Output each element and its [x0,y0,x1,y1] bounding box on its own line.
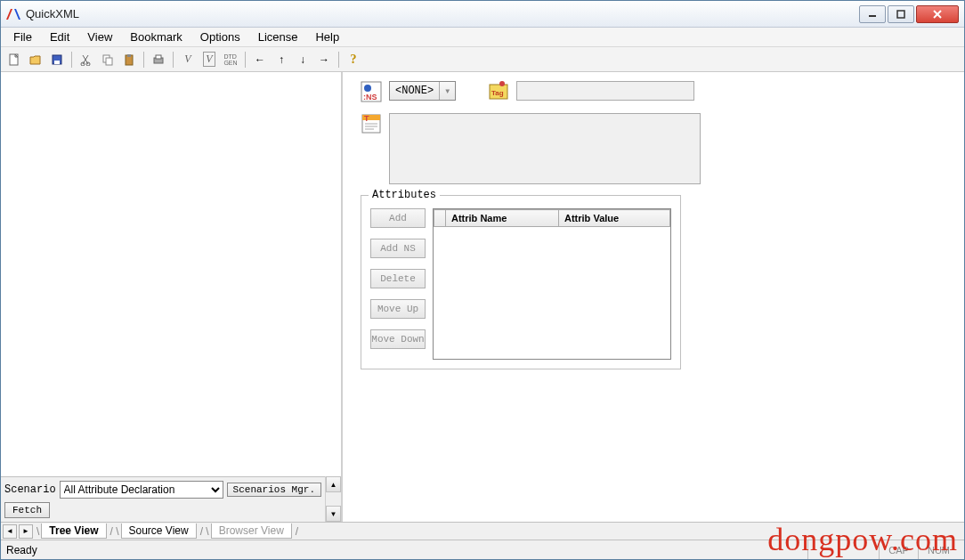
namespace-combo[interactable]: <NONE> ▼ [389,81,456,101]
title-bar[interactable]: QuickXML [1,1,964,28]
fetch-button[interactable]: Fetch [4,502,50,518]
arrow-up-icon[interactable]: ↑ [272,50,291,69]
attributes-table[interactable]: Attrib Name Attrib Value [433,208,671,360]
toolbar-separator [173,52,174,68]
arrow-left-icon[interactable]: ← [250,50,270,69]
window-controls [859,5,959,23]
table-header-name[interactable]: Attrib Name [446,210,559,227]
move-up-button[interactable]: Move Up [370,299,426,319]
menu-edit[interactable]: Edit [41,28,78,45]
scenario-label: Scenario [4,483,56,496]
copy-icon[interactable] [98,50,118,69]
status-cap: CAP [879,540,918,559]
menu-options[interactable]: Options [191,28,249,45]
attributes-group: Attributes Add Add NS Delete Move Up Mov… [361,195,681,369]
tab-bar: ◄ ► \ Tree View / \ Source View / \ Brow… [1,522,964,540]
tab-browser-view[interactable]: Browser View [211,523,292,539]
arrow-right-icon[interactable]: → [314,50,334,69]
text-icon: T [361,113,382,134]
minimize-button[interactable] [859,5,886,23]
new-icon[interactable] [4,50,24,69]
app-icon [6,7,20,21]
tab-source-view[interactable]: Source View [121,523,197,539]
delete-button[interactable]: Delete [370,269,426,288]
maximize-button[interactable] [888,5,914,23]
validate-v-icon[interactable]: V [178,50,198,69]
app-window: QuickXML File Edit View Bookmark Options… [0,0,965,560]
menu-view[interactable]: View [78,28,121,45]
menu-license[interactable]: License [249,28,307,45]
validate-v2-icon[interactable]: V [199,50,219,69]
svg-rect-6 [54,61,60,64]
cut-icon[interactable] [77,50,96,69]
client-area: Scenario All Attribute Declaration Scena… [1,72,964,522]
scroll-down-icon[interactable]: ▼ [326,506,341,522]
add-ns-button[interactable]: Add NS [370,239,426,258]
arrow-down-icon[interactable]: ↓ [293,50,312,69]
tag-icon: Tag [488,81,509,102]
scenario-select[interactable]: All Attribute Declaration [60,481,223,499]
menu-bookmark[interactable]: Bookmark [121,28,191,45]
text-row: T [361,113,946,184]
svg-point-21 [499,81,505,86]
dtd-gen-icon[interactable]: DTDGEN [221,50,240,69]
namespace-icon: :NS [361,81,382,102]
tab-next-icon[interactable]: ► [19,524,33,539]
tree-view-area[interactable] [1,72,341,476]
scroll-up-icon[interactable]: ▲ [326,476,341,492]
paste-icon[interactable] [119,50,139,69]
status-text: Ready [6,544,807,556]
namespace-value: <NONE> [390,85,439,97]
table-header-value[interactable]: Attrib Value [559,210,670,227]
toolbar-separator [143,52,144,68]
svg-rect-12 [106,58,112,65]
status-num: NUM [918,540,959,559]
tag-input[interactable] [516,81,694,101]
right-pane: :NS <NONE> ▼ Tag T Attributes Add Add [343,72,964,522]
svg-rect-16 [156,55,161,59]
move-down-button[interactable]: Move Down [370,329,426,349]
attributes-legend: Attributes [369,189,440,201]
toolbar: V V DTDGEN ← ↑ ↓ → ? [1,47,964,72]
menu-help[interactable]: Help [306,28,348,45]
toolbar-separator [245,52,246,68]
status-bar: Ready CAP NUM [1,540,964,559]
attribute-buttons: Add Add NS Delete Move Up Move Down [370,208,426,360]
tab-prev-icon[interactable]: ◄ [3,524,17,539]
table-header-corner[interactable] [434,210,446,227]
svg-rect-14 [127,54,131,57]
menu-file[interactable]: File [4,28,41,45]
status-spacer [807,540,879,559]
window-title: QuickXML [26,7,859,20]
svg-point-18 [364,85,371,92]
scenario-bar: Scenario All Attribute Declaration Scena… [1,476,325,522]
close-button[interactable] [916,5,959,23]
scenarios-mgr-button[interactable]: Scenarios Mgr. [227,483,321,497]
save-icon[interactable] [47,50,67,69]
add-button[interactable]: Add [370,208,426,228]
svg-text::NS: :NS [363,93,377,101]
svg-text:Tag: Tag [491,89,504,97]
scrollbar[interactable]: ▲ ▼ [325,476,341,522]
dropdown-icon[interactable]: ▼ [439,82,455,100]
toolbar-separator [71,52,72,68]
svg-rect-1 [897,11,904,18]
open-icon[interactable] [26,50,45,69]
namespace-row: :NS <NONE> ▼ Tag [361,81,946,102]
toolbar-separator [338,52,339,68]
menu-bar: File Edit View Bookmark Options License … [1,28,964,47]
tab-tree-view[interactable]: Tree View [41,523,106,539]
svg-text:T: T [364,114,369,123]
help-icon[interactable]: ? [344,50,363,69]
text-input[interactable] [389,113,701,184]
left-pane: Scenario All Attribute Declaration Scena… [1,72,343,522]
print-icon[interactable] [149,50,168,69]
